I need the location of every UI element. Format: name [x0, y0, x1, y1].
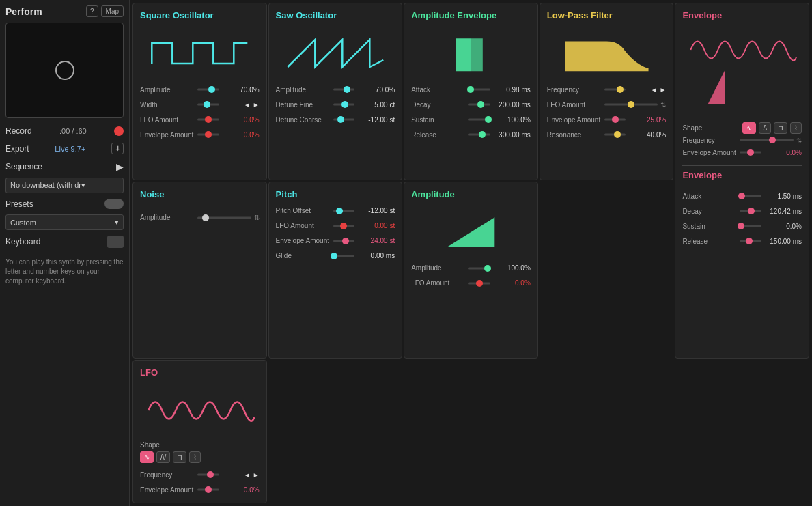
param-label: Width [140, 101, 195, 109]
record-label: Record [5, 126, 32, 136]
amplitude-slider[interactable] [333, 85, 355, 94]
env-amount-slider[interactable] [740, 148, 761, 156]
param-row: Sustain 0.0% [682, 220, 802, 232]
envelope-amount-slider[interactable] [604, 115, 626, 124]
record-button[interactable] [114, 126, 124, 136]
frequency-slider[interactable] [740, 136, 794, 144]
param-row: LFO Amount 0.0% [140, 113, 260, 126]
param-label: Frequency [547, 86, 602, 94]
param-label: Detune Coarse [276, 116, 331, 124]
shape-triangle-button[interactable]: /\/ [156, 451, 170, 463]
sequence-label: Sequence [5, 162, 42, 171]
noise-arrows-button[interactable]: ⇅ [254, 214, 260, 221]
presets-dropdown-arrow: ▾ [115, 218, 119, 227]
param-row: Decay 200.00 ms [411, 98, 531, 111]
lfo-amount-slider[interactable] [333, 222, 355, 230]
param-row: Width ◄ ► [140, 98, 260, 111]
param-value: 0.0% [222, 486, 260, 494]
param-label: Attack [682, 193, 737, 200]
amplitude-slider[interactable] [468, 264, 490, 272]
param-label: Resonance [547, 131, 602, 139]
keyboard-minus-button[interactable]: — [107, 236, 124, 248]
detune-coarse-slider[interactable] [333, 115, 355, 124]
envelope-amount-slider[interactable] [197, 486, 219, 494]
lfo-amount-slider[interactable] [604, 100, 658, 109]
shape-triangle-button[interactable]: /\ [759, 122, 771, 134]
glide-slider[interactable] [333, 252, 355, 260]
shape-sine-button[interactable]: ∿ [140, 451, 154, 463]
sustain-slider[interactable] [740, 222, 761, 230]
param-row: Frequency ◄ ► [547, 83, 667, 96]
sustain-slider[interactable] [468, 115, 490, 124]
detune-fine-slider[interactable] [333, 100, 355, 109]
shape-random-button[interactable]: ⌇ [189, 451, 201, 463]
frequency-arrows-button[interactable]: ⇅ [796, 137, 802, 144]
param-value: 0.0% [764, 223, 802, 230]
attack-slider[interactable] [740, 192, 761, 200]
sidebar-header: Perform ? Map [5, 5, 124, 17]
param-label: Detune Fine [276, 101, 331, 109]
export-download-button[interactable]: ⬇ [111, 143, 124, 154]
presets-dropdown[interactable]: Custom ▾ [5, 214, 124, 230]
amplitude-waveform [411, 205, 531, 259]
envelope-section: Envelope [682, 165, 802, 183]
perform-circle [55, 61, 74, 80]
decay-slider[interactable] [468, 100, 490, 109]
shape-random-button[interactable]: ⌇ [790, 122, 802, 134]
sequence-dropdown[interactable]: No downbeat (with dr▾ [5, 178, 124, 193]
record-time: :00 / :60 [59, 127, 87, 135]
param-row: Envelope Amount 24.00 st [276, 235, 395, 247]
param-row: Sustain 100.0% [411, 113, 531, 126]
amplitude-slider[interactable] [197, 214, 251, 222]
param-row: Envelope Amount 0.0% [682, 146, 802, 158]
envelope-amount-slider[interactable] [197, 130, 219, 139]
param-label: Release [682, 238, 737, 245]
svg-marker-2 [447, 217, 494, 247]
attack-slider[interactable] [468, 85, 490, 94]
param-label: Envelope Amount [682, 149, 737, 156]
shape-label: Shape [682, 124, 737, 132]
square-wave-svg [140, 29, 260, 77]
sequence-play-button[interactable]: ▶ [116, 161, 124, 172]
help-button[interactable]: ? [86, 5, 98, 17]
envelope-amount-slider[interactable] [333, 237, 355, 245]
sidebar-title: Perform [5, 6, 42, 17]
param-row: Detune Fine 5.00 ct [276, 98, 395, 111]
map-button[interactable]: Map [101, 5, 124, 17]
saw-oscillator-waveform [276, 26, 395, 81]
lfo-amount-slider[interactable] [197, 115, 219, 124]
presets-dropdown-text: Custom [10, 219, 36, 227]
main-content: Square Oscillator Amplitude 70.0% Width … [130, 0, 812, 506]
shape-square-button[interactable]: ⊓ [173, 451, 186, 463]
param-value: 150.00 ms [764, 238, 802, 245]
lfo-waveform [140, 383, 260, 438]
amplitude-slider[interactable] [197, 85, 219, 94]
shape-sine-button[interactable]: ∿ [742, 122, 756, 134]
param-value: 120.42 ms [764, 208, 802, 215]
frequency-slider[interactable] [197, 470, 219, 479]
decay-slider[interactable] [740, 207, 761, 215]
param-label: Attack [411, 86, 466, 94]
param-label: Sustain [411, 116, 466, 124]
width-slider[interactable] [197, 100, 219, 109]
amplitude-envelope-title: Amplitude Envelope [411, 10, 531, 20]
envelope-module: Envelope Shape ∿ /\ ⊓ ⌇ Frequency [675, 3, 809, 359]
param-row: Release 300.00 ms [411, 128, 531, 141]
pitch-offset-slider[interactable] [333, 207, 355, 215]
presets-toggle[interactable] [104, 199, 124, 209]
param-row: Detune Coarse -12.00 st [276, 113, 395, 126]
resonance-slider[interactable] [604, 130, 626, 139]
release-slider[interactable] [740, 237, 761, 245]
param-row: Amplitude 100.0% [411, 262, 531, 275]
param-value: 24.00 st [357, 237, 395, 244]
param-label: Amplitude [411, 264, 466, 272]
presets-label: Presets [5, 199, 33, 209]
square-oscillator-module: Square Oscillator Amplitude 70.0% Width … [132, 3, 267, 180]
noise-title: Noise [140, 189, 260, 199]
shape-square-button[interactable]: ⊓ [774, 122, 787, 134]
param-value: 5.00 ct [357, 101, 395, 109]
lfo-amount-slider[interactable] [468, 279, 490, 287]
frequency-slider[interactable] [604, 85, 626, 94]
release-slider[interactable] [468, 130, 490, 139]
lfo-arrows-button[interactable]: ⇅ [660, 101, 666, 109]
